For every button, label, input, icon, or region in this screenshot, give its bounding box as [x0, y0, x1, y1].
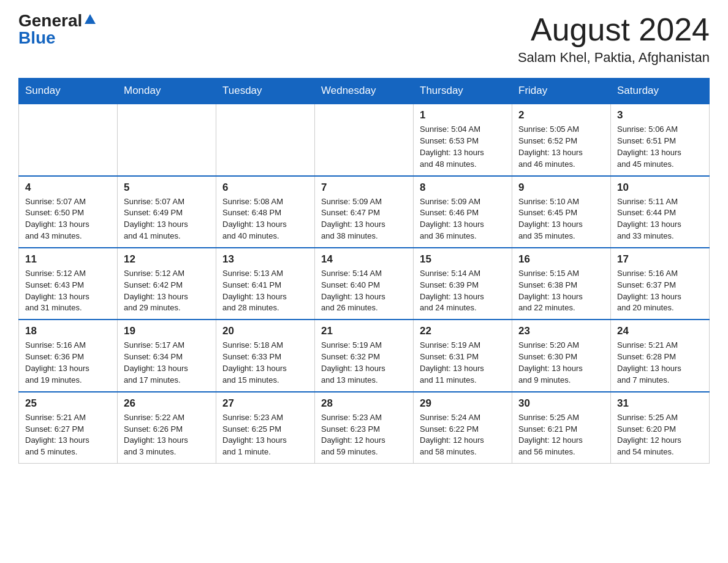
- title-area: August 2024 Salam Khel, Paktia, Afghanis…: [518, 12, 710, 66]
- calendar-cell: 6Sunrise: 5:08 AMSunset: 6:48 PMDaylight…: [216, 176, 315, 248]
- day-number: 2: [518, 109, 604, 121]
- day-number: 20: [222, 325, 308, 337]
- day-info: Sunrise: 5:19 AMSunset: 6:31 PMDaylight:…: [420, 340, 506, 386]
- day-number: 23: [518, 325, 604, 337]
- calendar-cell: 1Sunrise: 5:04 AMSunset: 6:53 PMDaylight…: [414, 104, 512, 175]
- calendar-cell: 13Sunrise: 5:13 AMSunset: 6:41 PMDayligh…: [216, 248, 315, 320]
- day-number: 16: [518, 253, 604, 266]
- day-info: Sunrise: 5:12 AMSunset: 6:43 PMDaylight:…: [25, 268, 111, 314]
- day-number: 22: [420, 325, 506, 337]
- calendar-cell: 31Sunrise: 5:25 AMSunset: 6:20 PMDayligh…: [611, 392, 710, 464]
- day-info: Sunrise: 5:18 AMSunset: 6:33 PMDaylight:…: [222, 340, 308, 386]
- day-number: 9: [518, 182, 604, 194]
- calendar-cell: 17Sunrise: 5:16 AMSunset: 6:37 PMDayligh…: [611, 248, 710, 320]
- calendar-cell: [19, 104, 118, 175]
- calendar-cell: 2Sunrise: 5:05 AMSunset: 6:52 PMDaylight…: [512, 104, 611, 175]
- calendar-cell: 16Sunrise: 5:15 AMSunset: 6:38 PMDayligh…: [512, 248, 611, 320]
- week-row: 1Sunrise: 5:04 AMSunset: 6:53 PMDaylight…: [19, 104, 710, 175]
- day-info: Sunrise: 5:16 AMSunset: 6:37 PMDaylight:…: [617, 268, 703, 314]
- calendar-cell: 29Sunrise: 5:24 AMSunset: 6:22 PMDayligh…: [414, 392, 512, 464]
- day-of-week-header: Sunday: [19, 79, 118, 104]
- day-info: Sunrise: 5:23 AMSunset: 6:23 PMDaylight:…: [321, 412, 407, 458]
- calendar-cell: 12Sunrise: 5:12 AMSunset: 6:42 PMDayligh…: [118, 248, 216, 320]
- calendar-cell: 24Sunrise: 5:21 AMSunset: 6:28 PMDayligh…: [611, 320, 710, 391]
- day-info: Sunrise: 5:20 AMSunset: 6:30 PMDaylight:…: [518, 340, 604, 386]
- calendar-cell: 7Sunrise: 5:09 AMSunset: 6:47 PMDaylight…: [315, 176, 414, 248]
- logo: General Blue: [18, 12, 97, 48]
- month-title: August 2024: [518, 12, 710, 47]
- logo-icon: [83, 13, 97, 26]
- calendar-cell: 22Sunrise: 5:19 AMSunset: 6:31 PMDayligh…: [414, 320, 512, 391]
- calendar-cell: 4Sunrise: 5:07 AMSunset: 6:50 PMDaylight…: [19, 176, 118, 248]
- week-row: 4Sunrise: 5:07 AMSunset: 6:50 PMDaylight…: [19, 176, 710, 248]
- day-number: 25: [25, 397, 111, 410]
- day-info: Sunrise: 5:13 AMSunset: 6:41 PMDaylight:…: [222, 268, 308, 314]
- day-info: Sunrise: 5:15 AMSunset: 6:38 PMDaylight:…: [518, 268, 604, 314]
- day-number: 28: [321, 397, 407, 410]
- day-info: Sunrise: 5:10 AMSunset: 6:45 PMDaylight:…: [518, 196, 604, 242]
- day-number: 17: [617, 253, 703, 266]
- day-info: Sunrise: 5:19 AMSunset: 6:32 PMDaylight:…: [321, 340, 407, 386]
- calendar-cell: 9Sunrise: 5:10 AMSunset: 6:45 PMDaylight…: [512, 176, 611, 248]
- day-info: Sunrise: 5:07 AMSunset: 6:50 PMDaylight:…: [25, 196, 111, 242]
- calendar-cell: 20Sunrise: 5:18 AMSunset: 6:33 PMDayligh…: [216, 320, 315, 391]
- day-number: 10: [617, 182, 703, 194]
- day-info: Sunrise: 5:21 AMSunset: 6:28 PMDaylight:…: [617, 340, 703, 386]
- day-number: 12: [124, 253, 210, 266]
- week-row: 18Sunrise: 5:16 AMSunset: 6:36 PMDayligh…: [19, 320, 710, 391]
- svg-marker-0: [85, 14, 96, 24]
- day-info: Sunrise: 5:11 AMSunset: 6:44 PMDaylight:…: [617, 196, 703, 242]
- week-row: 11Sunrise: 5:12 AMSunset: 6:43 PMDayligh…: [19, 248, 710, 320]
- calendar-cell: 21Sunrise: 5:19 AMSunset: 6:32 PMDayligh…: [315, 320, 414, 391]
- day-info: Sunrise: 5:21 AMSunset: 6:27 PMDaylight:…: [25, 412, 111, 458]
- day-info: Sunrise: 5:24 AMSunset: 6:22 PMDaylight:…: [420, 412, 506, 458]
- calendar-cell: [315, 104, 414, 175]
- day-info: Sunrise: 5:14 AMSunset: 6:40 PMDaylight:…: [321, 268, 407, 314]
- calendar-cell: 19Sunrise: 5:17 AMSunset: 6:34 PMDayligh…: [118, 320, 216, 391]
- day-of-week-header: Friday: [512, 79, 611, 104]
- day-number: 24: [617, 325, 703, 337]
- day-number: 30: [518, 397, 604, 410]
- header: General Blue August 2024 Salam Khel, Pak…: [18, 12, 710, 66]
- calendar-cell: 26Sunrise: 5:22 AMSunset: 6:26 PMDayligh…: [118, 392, 216, 464]
- calendar-cell: [216, 104, 315, 175]
- calendar-cell: 11Sunrise: 5:12 AMSunset: 6:43 PMDayligh…: [19, 248, 118, 320]
- day-info: Sunrise: 5:04 AMSunset: 6:53 PMDaylight:…: [420, 124, 506, 170]
- calendar-cell: 14Sunrise: 5:14 AMSunset: 6:40 PMDayligh…: [315, 248, 414, 320]
- day-of-week-header: Wednesday: [315, 79, 414, 104]
- day-info: Sunrise: 5:08 AMSunset: 6:48 PMDaylight:…: [222, 196, 308, 242]
- calendar-cell: 25Sunrise: 5:21 AMSunset: 6:27 PMDayligh…: [19, 392, 118, 464]
- day-number: 18: [25, 325, 111, 337]
- logo-general: General: [18, 12, 82, 29]
- day-number: 13: [222, 253, 308, 266]
- calendar-cell: 5Sunrise: 5:07 AMSunset: 6:49 PMDaylight…: [118, 176, 216, 248]
- day-number: 14: [321, 253, 407, 266]
- calendar-cell: 30Sunrise: 5:25 AMSunset: 6:21 PMDayligh…: [512, 392, 611, 464]
- calendar-cell: 27Sunrise: 5:23 AMSunset: 6:25 PMDayligh…: [216, 392, 315, 464]
- day-number: 7: [321, 182, 407, 194]
- day-info: Sunrise: 5:05 AMSunset: 6:52 PMDaylight:…: [518, 124, 604, 170]
- calendar-cell: 8Sunrise: 5:09 AMSunset: 6:46 PMDaylight…: [414, 176, 512, 248]
- day-info: Sunrise: 5:09 AMSunset: 6:46 PMDaylight:…: [420, 196, 506, 242]
- day-of-week-header: Tuesday: [216, 79, 315, 104]
- calendar-header-row: SundayMondayTuesdayWednesdayThursdayFrid…: [19, 79, 710, 104]
- day-number: 31: [617, 397, 703, 410]
- day-info: Sunrise: 5:14 AMSunset: 6:39 PMDaylight:…: [420, 268, 506, 314]
- calendar: SundayMondayTuesdayWednesdayThursdayFrid…: [18, 78, 710, 464]
- day-number: 19: [124, 325, 210, 337]
- day-number: 27: [222, 397, 308, 410]
- day-number: 4: [25, 182, 111, 194]
- calendar-cell: 23Sunrise: 5:20 AMSunset: 6:30 PMDayligh…: [512, 320, 611, 391]
- day-number: 21: [321, 325, 407, 337]
- location-title: Salam Khel, Paktia, Afghanistan: [518, 50, 710, 66]
- day-number: 6: [222, 182, 308, 194]
- day-number: 15: [420, 253, 506, 266]
- day-number: 1: [420, 109, 506, 121]
- day-info: Sunrise: 5:17 AMSunset: 6:34 PMDaylight:…: [124, 340, 210, 386]
- day-info: Sunrise: 5:06 AMSunset: 6:51 PMDaylight:…: [617, 124, 703, 170]
- day-info: Sunrise: 5:12 AMSunset: 6:42 PMDaylight:…: [124, 268, 210, 314]
- calendar-cell: 18Sunrise: 5:16 AMSunset: 6:36 PMDayligh…: [19, 320, 118, 391]
- day-number: 3: [617, 109, 703, 121]
- logo-blue-text: Blue: [18, 28, 56, 48]
- day-info: Sunrise: 5:25 AMSunset: 6:20 PMDaylight:…: [617, 412, 703, 458]
